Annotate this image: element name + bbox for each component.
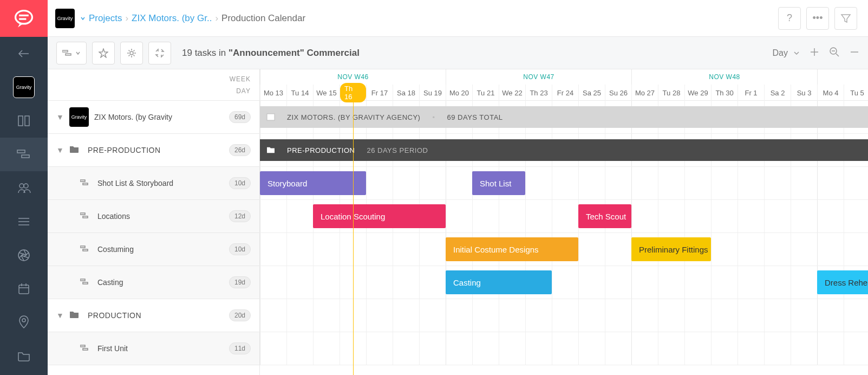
svg-rect-5 [25,116,29,126]
day-header-cell[interactable]: Tu 21 [472,85,499,101]
group-row[interactable]: ▼PRODUCTION20d [48,299,259,332]
week-header-cell: NOV W46 [260,69,446,85]
chevron-down-icon[interactable] [80,15,86,22]
day-header-cell[interactable]: Fr 24 [552,85,578,101]
day-header-cell[interactable]: Fr 17 [366,85,393,101]
day-header-cell[interactable]: Sa 25 [578,85,605,101]
nav-boards-icon[interactable] [0,104,48,138]
task-row[interactable]: Shot List & Storyboard10d [48,167,259,200]
caret-icon[interactable]: ▼ [56,113,64,121]
zoom-button[interactable] [829,47,840,59]
hierarchy-dropdown[interactable] [56,42,87,64]
day-header-cell[interactable]: Tu 14 [286,85,313,101]
row-label: First Unit [97,344,224,353]
view-selector[interactable]: Day [773,48,800,58]
week-header-cell: NOV W47 [446,69,631,85]
task-icon [80,212,89,221]
caret-icon[interactable]: ▼ [56,146,64,154]
row-label: PRE-PRODUCTION [88,146,224,154]
collapse-button[interactable] [148,42,171,64]
breadcrumb-sep-icon: › [125,13,128,24]
calendar-row: PRE-PRODUCTION26 DAYS PERIOD [260,134,868,167]
toolbar: 19 tasks in "Announcement" Commercial Da… [48,37,868,69]
task-bar[interactable]: Shot List [472,171,525,195]
day-header-cell[interactable]: Mo 27 [631,85,658,101]
day-header-cell[interactable]: Su 26 [605,85,631,101]
task-row[interactable]: Locations12d [48,200,259,233]
nav-aperture-icon[interactable] [0,238,48,272]
day-header-cell[interactable]: Mo 13 [260,85,286,101]
day-header-cell[interactable]: Su 19 [419,85,446,101]
day-header-cell[interactable]: Su 3 [791,85,817,101]
settings-button[interactable] [120,42,143,64]
app-logo[interactable] [0,0,48,37]
group-row[interactable]: ▼PRE-PRODUCTION26d [48,134,259,167]
svg-rect-40 [80,246,85,248]
nav-folder-icon[interactable] [0,339,48,373]
task-bar[interactable]: Dress Rehearsal [817,270,868,294]
duration-badge: 69d [229,111,251,123]
nav-list-icon[interactable] [0,205,48,238]
sidebar: Gravity [0,0,48,375]
task-icon [80,179,89,188]
day-header-cell[interactable]: Th 16 [340,85,366,101]
task-bar[interactable]: Initial Costume Designs [446,237,578,261]
day-header-cell[interactable]: We 29 [684,85,711,101]
breadcrumb-client[interactable]: ZIX Motors. (by Gr.. [132,13,212,24]
day-header-cell[interactable]: Mo 4 [817,85,844,101]
task-row[interactable]: First Unit11d [48,332,259,365]
nav-back-icon[interactable] [0,37,48,70]
svg-rect-27 [66,54,71,55]
summary-bar[interactable]: ZIX MOTORS. (BY GRAVITY AGENCY)•69 DAYS … [260,106,868,128]
caret-icon[interactable]: ▼ [56,311,64,320]
svg-rect-39 [83,216,88,218]
week-header-cell: NOV W48 [631,69,817,85]
nav-project[interactable]: Gravity [0,70,48,104]
svg-marker-25 [841,15,850,22]
svg-point-24 [22,319,25,322]
svg-point-13 [18,250,29,261]
day-header-cell[interactable]: We 15 [313,85,340,101]
row-label: Locations [97,212,224,221]
duration-badge: 10d [229,243,251,255]
day-header-cell[interactable]: Sa 2 [764,85,791,101]
task-bar[interactable]: Preliminary Fittings [631,237,711,261]
more-button[interactable]: ••• [806,7,829,30]
day-header-cell[interactable]: Mo 20 [446,85,472,101]
svg-rect-46 [267,114,275,120]
day-header-cell[interactable]: Tu 28 [658,85,684,101]
help-button[interactable]: ? [778,7,801,30]
task-bar[interactable]: Storyboard [260,171,366,195]
duration-badge: 10d [229,177,251,189]
favorite-button[interactable] [92,42,115,64]
nav-location-icon[interactable] [0,306,48,339]
day-header-cell[interactable]: Th 23 [525,85,552,101]
day-header-cell[interactable]: Fr 1 [738,85,764,101]
nav-timeline-icon[interactable] [0,138,48,171]
svg-point-29 [130,51,133,55]
nav-team-icon[interactable] [0,171,48,205]
project-row[interactable]: ▼GravityZIX Motors. (by Gravity 69d [48,101,259,134]
day-header-cell[interactable]: Sa 18 [393,85,419,101]
task-bar[interactable]: Casting [446,270,552,294]
task-row[interactable]: Casting19d [48,266,259,299]
nav-calendar-icon[interactable] [0,272,48,306]
add-button[interactable] [810,47,819,59]
task-icon [80,245,89,254]
group-bar[interactable]: PRE-PRODUCTION26 DAYS PERIOD [260,139,868,161]
day-header-cell[interactable]: Th 30 [711,85,738,101]
task-bar[interactable]: Location Scouting [313,204,446,228]
svg-rect-4 [18,116,23,126]
task-bar[interactable]: Tech Scout [578,204,631,228]
project-avatar[interactable]: Gravity [55,9,75,28]
task-row[interactable]: Costuming10d [48,233,259,266]
breadcrumb-sep-icon: › [215,13,218,24]
week-header: WEEK [230,75,251,83]
filter-button[interactable] [834,7,857,30]
day-header-cell[interactable]: Tu 5 [844,85,868,101]
collapse-rows-button[interactable] [850,47,859,59]
folder-icon [69,311,79,321]
day-header-cell[interactable]: We 22 [499,85,525,101]
breadcrumb-projects[interactable]: Projects [89,13,122,24]
calendar-row [260,299,868,332]
